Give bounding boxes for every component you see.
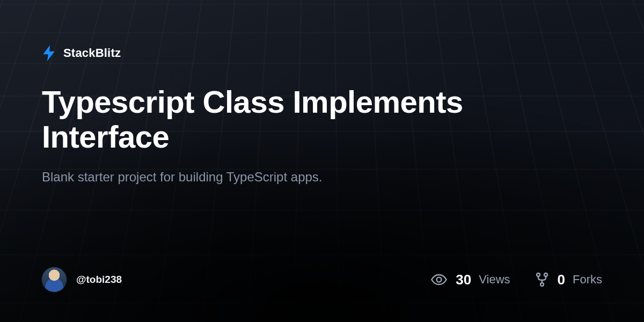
svg-point-0 (437, 277, 442, 282)
views-stat: 30 Views (431, 272, 510, 288)
views-count: 30 (456, 272, 471, 288)
author-handle[interactable]: @tobi238 (76, 274, 122, 286)
bolt-icon (42, 45, 56, 61)
forks-label: Forks (573, 273, 602, 287)
forks-stat: 0 Forks (535, 272, 602, 288)
project-title: Typescript Class Implements Interface (42, 85, 579, 155)
brand-name: StackBlitz (63, 46, 121, 60)
views-label: Views (479, 273, 510, 287)
project-description: Blank starter project for building TypeS… (42, 170, 602, 185)
brand-row: StackBlitz (42, 45, 602, 61)
svg-point-2 (544, 273, 547, 276)
footer-row: @tobi238 30 Views (42, 267, 602, 292)
avatar[interactable] (42, 267, 67, 292)
stats-group: 30 Views 0 Forks (431, 272, 602, 288)
eye-icon (431, 274, 447, 286)
fork-icon (535, 272, 549, 287)
svg-point-3 (540, 283, 544, 286)
forks-count: 0 (558, 272, 565, 288)
card-content: StackBlitz Typescript Class Implements I… (0, 0, 644, 322)
svg-point-1 (537, 273, 540, 276)
